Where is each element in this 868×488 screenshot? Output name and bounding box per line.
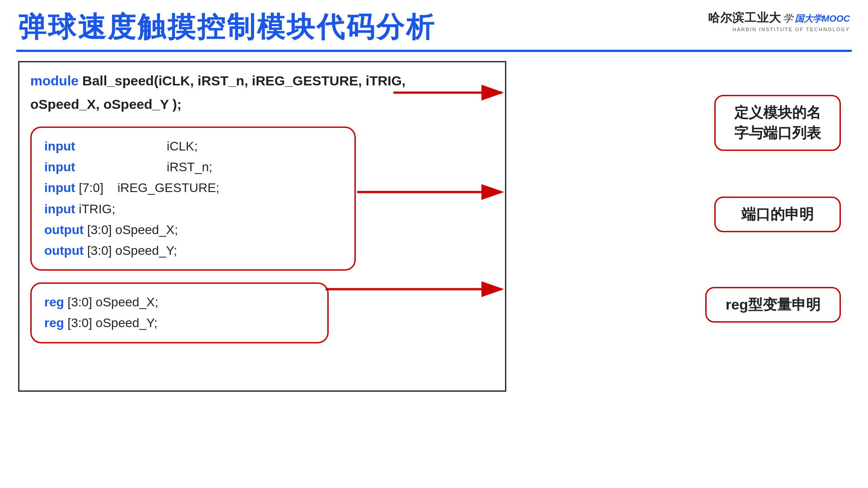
annotation-module: 定义模块的名字与端口列表 <box>714 95 841 151</box>
keyword-module: module <box>30 73 79 88</box>
header: 弹球速度触摸控制模块代码分析 哈尔滨工业大 学 国大学MOOC HARBIN I… <box>0 0 868 46</box>
port-ospeedx: [3:0] oSpeed_X; <box>87 223 178 237</box>
page-title: 弹球速度触摸控制模块代码分析 <box>18 8 436 46</box>
port-declarations-box: input iCLK; input iRST_n; input [7:0] iR… <box>30 127 356 271</box>
logo-name: 哈尔滨工业大 <box>708 10 781 26</box>
port-ireg: [7:0] iREG_GESTURE; <box>79 181 219 195</box>
kw-output-2: output <box>44 244 84 258</box>
module-name: Ball_speed(iCLK, iRST_n, iREG_GESTURE, i… <box>82 73 406 88</box>
port-ospeedy: [3:0] oSpeed_Y; <box>87 244 177 258</box>
reg-line-2: reg [3:0] oSpeed_Y; <box>44 313 315 333</box>
port-line-3: input [7:0] iREG_GESTURE; <box>44 178 342 198</box>
logo-mooc: 国大学MOOC <box>795 13 850 25</box>
kw-input-4: input <box>44 202 75 216</box>
annotation-port-text: 端口的申明 <box>741 206 814 222</box>
port-irst: iRST_n; <box>79 160 212 174</box>
kw-input-1: input <box>44 139 75 153</box>
annotation-reg: reg型变量申明 <box>705 287 841 323</box>
port-iclk: iCLK; <box>79 139 198 153</box>
kw-input-3: input <box>44 181 75 195</box>
logo-area: 哈尔滨工业大 学 国大学MOOC HARBIN INSTITUTE OF TEC… <box>708 8 850 32</box>
port-line-5: output [3:0] oSpeed_X; <box>44 220 342 240</box>
kw-output-1: output <box>44 223 84 237</box>
port-line-2: input iRST_n; <box>44 157 342 178</box>
reg-ospeedx: [3:0] oSpeed_X; <box>67 295 158 309</box>
port-itrig: iTRIG; <box>79 202 115 216</box>
reg-ospeedy: [3:0] oSpeed_Y; <box>67 316 157 330</box>
annotation-module-text: 定义模块的名字与端口列表 <box>734 104 821 141</box>
kw-reg-2: reg <box>44 316 64 330</box>
module-declaration-line2: oSpeed_X, oSpeed_Y ); <box>30 95 494 114</box>
main-content: module Ball_speed(iCLK, iRST_n, iREG_GES… <box>0 52 868 392</box>
outer-code-box: module Ball_speed(iCLK, iRST_n, iREG_GES… <box>18 61 506 392</box>
module-ports: oSpeed_X, oSpeed_Y ); <box>30 97 182 112</box>
reg-declarations-box: reg [3:0] oSpeed_X; reg [3:0] oSpeed_Y; <box>30 282 329 343</box>
port-line-4: input iTRIG; <box>44 199 342 220</box>
module-declaration: module Ball_speed(iCLK, iRST_n, iREG_GES… <box>30 71 494 90</box>
kw-reg-1: reg <box>44 295 64 309</box>
port-line-1: input iCLK; <box>44 136 342 157</box>
port-line-6: output [3:0] oSpeed_Y; <box>44 240 342 261</box>
bottom-empty-area <box>30 350 494 381</box>
kw-input-2: input <box>44 160 75 174</box>
reg-line-1: reg [3:0] oSpeed_X; <box>44 292 315 313</box>
logo-institute: HARBIN INSTITUTE OF TECHNOLOGY <box>732 27 850 32</box>
annotation-port: 端口的申明 <box>714 197 841 232</box>
annotation-reg-text: reg型变量申明 <box>726 296 821 313</box>
